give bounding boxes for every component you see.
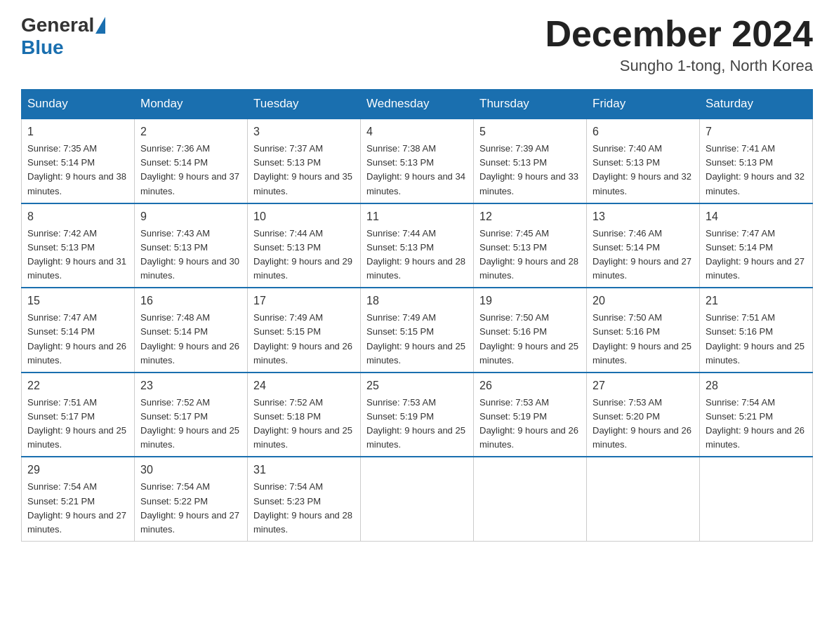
day-number: 18 — [366, 293, 468, 309]
cell-content: Sunrise: 7:40 AMSunset: 5:13 PMDaylight:… — [593, 143, 691, 196]
header-day-saturday: Saturday — [700, 90, 813, 119]
table-row: 13Sunrise: 7:46 AMSunset: 5:14 PMDayligh… — [587, 203, 700, 288]
table-row: 28Sunrise: 7:54 AMSunset: 5:21 PMDayligh… — [700, 373, 813, 457]
table-row: 7Sunrise: 7:41 AMSunset: 5:13 PMDaylight… — [700, 119, 813, 203]
cell-content: Sunrise: 7:53 AMSunset: 5:20 PMDaylight:… — [593, 397, 691, 450]
day-number: 23 — [140, 377, 241, 394]
table-row: 21Sunrise: 7:51 AMSunset: 5:16 PMDayligh… — [700, 288, 813, 373]
cell-content: Sunrise: 7:45 AMSunset: 5:13 PMDaylight:… — [479, 228, 578, 281]
day-number: 1 — [27, 123, 128, 140]
day-number: 24 — [253, 377, 355, 394]
cell-content: Sunrise: 7:37 AMSunset: 5:13 PMDaylight:… — [253, 143, 352, 196]
cell-content: Sunrise: 7:46 AMSunset: 5:14 PMDaylight:… — [593, 228, 691, 281]
table-row: 9Sunrise: 7:43 AMSunset: 5:13 PMDaylight… — [135, 203, 248, 288]
table-row: 26Sunrise: 7:53 AMSunset: 5:19 PMDayligh… — [474, 373, 587, 457]
day-number: 14 — [706, 208, 807, 225]
day-number: 19 — [479, 293, 581, 309]
day-number: 21 — [706, 293, 807, 309]
cell-content: Sunrise: 7:39 AMSunset: 5:13 PMDaylight:… — [479, 143, 578, 196]
day-number: 28 — [706, 377, 807, 394]
logo-blue-text: Blue — [21, 36, 64, 59]
week-row-3: 15Sunrise: 7:47 AMSunset: 5:14 PMDayligh… — [22, 288, 813, 373]
header-row: SundayMondayTuesdayWednesdayThursdayFrid… — [22, 90, 813, 119]
day-number: 7 — [706, 123, 807, 140]
day-number: 25 — [366, 377, 468, 394]
header-day-friday: Friday — [587, 90, 700, 119]
cell-content: Sunrise: 7:51 AMSunset: 5:16 PMDaylight:… — [706, 312, 805, 365]
table-row: 25Sunrise: 7:53 AMSunset: 5:19 PMDayligh… — [361, 373, 474, 457]
day-number: 2 — [140, 123, 241, 140]
cell-content: Sunrise: 7:47 AMSunset: 5:14 PMDaylight:… — [27, 312, 126, 365]
location-title: Sungho 1-tong, North Korea — [545, 57, 813, 75]
table-row — [587, 457, 700, 541]
day-number: 17 — [253, 293, 355, 309]
cell-content: Sunrise: 7:36 AMSunset: 5:14 PMDaylight:… — [140, 143, 239, 196]
cell-content: Sunrise: 7:54 AMSunset: 5:23 PMDaylight:… — [253, 481, 352, 534]
day-number: 22 — [27, 377, 128, 394]
table-row: 8Sunrise: 7:42 AMSunset: 5:13 PMDaylight… — [22, 203, 135, 288]
day-number: 30 — [140, 462, 241, 478]
cell-content: Sunrise: 7:54 AMSunset: 5:21 PMDaylight:… — [706, 397, 805, 450]
table-row: 17Sunrise: 7:49 AMSunset: 5:15 PMDayligh… — [248, 288, 361, 373]
table-row: 3Sunrise: 7:37 AMSunset: 5:13 PMDaylight… — [248, 119, 361, 203]
header-day-wednesday: Wednesday — [361, 90, 474, 119]
week-row-4: 22Sunrise: 7:51 AMSunset: 5:17 PMDayligh… — [22, 373, 813, 457]
cell-content: Sunrise: 7:49 AMSunset: 5:15 PMDaylight:… — [366, 312, 465, 365]
table-row: 27Sunrise: 7:53 AMSunset: 5:20 PMDayligh… — [587, 373, 700, 457]
day-number: 29 — [27, 462, 128, 478]
cell-content: Sunrise: 7:54 AMSunset: 5:21 PMDaylight:… — [27, 481, 126, 534]
table-row: 29Sunrise: 7:54 AMSunset: 5:21 PMDayligh… — [22, 457, 135, 541]
table-row: 14Sunrise: 7:47 AMSunset: 5:14 PMDayligh… — [700, 203, 813, 288]
cell-content: Sunrise: 7:52 AMSunset: 5:17 PMDaylight:… — [140, 397, 239, 450]
table-row: 10Sunrise: 7:44 AMSunset: 5:13 PMDayligh… — [248, 203, 361, 288]
day-number: 10 — [253, 208, 355, 225]
week-row-2: 8Sunrise: 7:42 AMSunset: 5:13 PMDaylight… — [22, 203, 813, 288]
calendar-body: 1Sunrise: 7:35 AMSunset: 5:14 PMDaylight… — [22, 119, 813, 541]
page-header: General Blue December 2024 Sungho 1-tong… — [21, 14, 813, 75]
cell-content: Sunrise: 7:35 AMSunset: 5:14 PMDaylight:… — [27, 143, 126, 196]
cell-content: Sunrise: 7:53 AMSunset: 5:19 PMDaylight:… — [479, 397, 578, 450]
logo-general-text: General — [21, 14, 94, 36]
cell-content: Sunrise: 7:50 AMSunset: 5:16 PMDaylight:… — [593, 312, 691, 365]
table-row: 16Sunrise: 7:48 AMSunset: 5:14 PMDayligh… — [135, 288, 248, 373]
cell-content: Sunrise: 7:47 AMSunset: 5:14 PMDaylight:… — [706, 228, 805, 281]
cell-content: Sunrise: 7:43 AMSunset: 5:13 PMDaylight:… — [140, 228, 239, 281]
cell-content: Sunrise: 7:38 AMSunset: 5:13 PMDaylight:… — [366, 143, 465, 196]
header-day-tuesday: Tuesday — [248, 90, 361, 119]
table-row: 6Sunrise: 7:40 AMSunset: 5:13 PMDaylight… — [587, 119, 700, 203]
cell-content: Sunrise: 7:49 AMSunset: 5:15 PMDaylight:… — [253, 312, 352, 365]
cell-content: Sunrise: 7:48 AMSunset: 5:14 PMDaylight:… — [140, 312, 239, 365]
day-number: 3 — [253, 123, 355, 140]
cell-content: Sunrise: 7:42 AMSunset: 5:13 PMDaylight:… — [27, 228, 126, 281]
day-number: 5 — [479, 123, 581, 140]
day-number: 16 — [140, 293, 241, 309]
week-row-1: 1Sunrise: 7:35 AMSunset: 5:14 PMDaylight… — [22, 119, 813, 203]
calendar-table: SundayMondayTuesdayWednesdayThursdayFrid… — [21, 89, 813, 542]
day-number: 26 — [479, 377, 581, 394]
table-row: 19Sunrise: 7:50 AMSunset: 5:16 PMDayligh… — [474, 288, 587, 373]
week-row-5: 29Sunrise: 7:54 AMSunset: 5:21 PMDayligh… — [22, 457, 813, 541]
table-row: 15Sunrise: 7:47 AMSunset: 5:14 PMDayligh… — [22, 288, 135, 373]
cell-content: Sunrise: 7:53 AMSunset: 5:19 PMDaylight:… — [366, 397, 465, 450]
table-row: 30Sunrise: 7:54 AMSunset: 5:22 PMDayligh… — [135, 457, 248, 541]
day-number: 20 — [593, 293, 694, 309]
table-row: 2Sunrise: 7:36 AMSunset: 5:14 PMDaylight… — [135, 119, 248, 203]
table-row: 11Sunrise: 7:44 AMSunset: 5:13 PMDayligh… — [361, 203, 474, 288]
header-day-thursday: Thursday — [474, 90, 587, 119]
cell-content: Sunrise: 7:41 AMSunset: 5:13 PMDaylight:… — [706, 143, 805, 196]
calendar-header: SundayMondayTuesdayWednesdayThursdayFrid… — [22, 90, 813, 119]
day-number: 13 — [593, 208, 694, 225]
day-number: 9 — [140, 208, 241, 225]
table-row — [361, 457, 474, 541]
day-number: 31 — [253, 462, 355, 478]
header-day-sunday: Sunday — [22, 90, 135, 119]
table-row: 22Sunrise: 7:51 AMSunset: 5:17 PMDayligh… — [22, 373, 135, 457]
day-number: 15 — [27, 293, 128, 309]
day-number: 27 — [593, 377, 694, 394]
header-day-monday: Monday — [135, 90, 248, 119]
table-row: 12Sunrise: 7:45 AMSunset: 5:13 PMDayligh… — [474, 203, 587, 288]
table-row: 23Sunrise: 7:52 AMSunset: 5:17 PMDayligh… — [135, 373, 248, 457]
table-row: 5Sunrise: 7:39 AMSunset: 5:13 PMDaylight… — [474, 119, 587, 203]
cell-content: Sunrise: 7:54 AMSunset: 5:22 PMDaylight:… — [140, 481, 239, 534]
table-row: 1Sunrise: 7:35 AMSunset: 5:14 PMDaylight… — [22, 119, 135, 203]
